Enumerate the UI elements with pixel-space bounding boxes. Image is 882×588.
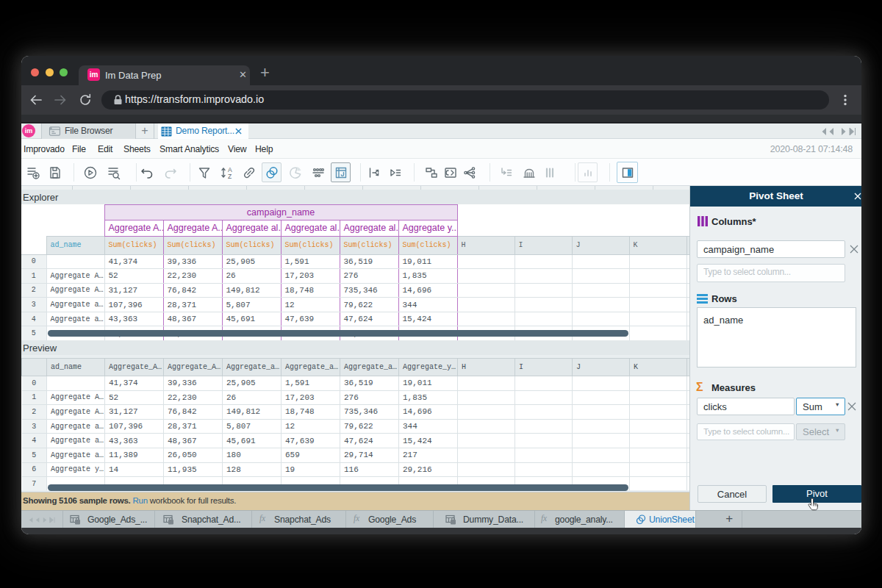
svg-text:A: A <box>228 165 232 173</box>
svg-text:Z: Z <box>228 173 232 180</box>
